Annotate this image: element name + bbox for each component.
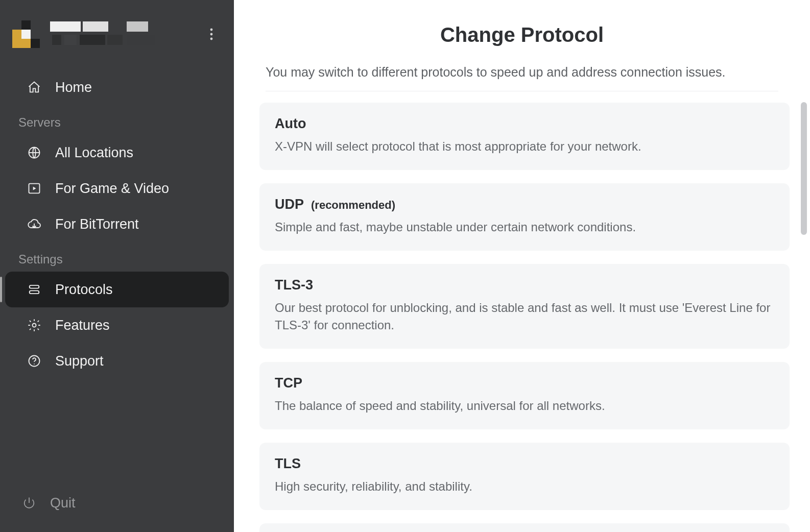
gear-icon bbox=[27, 318, 42, 333]
sidebar: Home Servers All Locations For Game & Vi… bbox=[0, 0, 234, 532]
app-logo-icon bbox=[12, 20, 40, 48]
protocol-desc: Simple and fast, maybe unstable under ce… bbox=[275, 219, 774, 236]
protocol-name: TLS-3 bbox=[275, 277, 313, 293]
nav-bittorrent-label: For BitTorrent bbox=[55, 216, 139, 232]
main: Change Protocol You may switch to differ… bbox=[234, 0, 810, 532]
svg-point-1 bbox=[210, 33, 213, 36]
protocol-card-tcp[interactable]: TCP The balance of speed and stability, … bbox=[259, 362, 790, 429]
protocol-card-http[interactable]: HTTP bbox=[259, 523, 790, 532]
svg-point-0 bbox=[210, 29, 213, 31]
protocol-name: TLS bbox=[275, 456, 301, 472]
nav-all-locations[interactable]: All Locations bbox=[5, 135, 229, 171]
protocol-name: Auto bbox=[275, 116, 306, 132]
nav-bittorrent[interactable]: For BitTorrent bbox=[5, 206, 229, 242]
nav-game-video-label: For Game & Video bbox=[55, 181, 169, 197]
nav-game-video[interactable]: For Game & Video bbox=[5, 171, 229, 206]
svg-point-9 bbox=[34, 364, 35, 365]
protocols-icon bbox=[27, 282, 42, 297]
nav-support[interactable]: Support bbox=[5, 343, 229, 379]
home-icon bbox=[27, 80, 42, 95]
svg-rect-6 bbox=[30, 291, 39, 294]
svg-point-2 bbox=[210, 38, 213, 40]
help-icon bbox=[27, 353, 42, 369]
cloud-download-icon bbox=[27, 216, 42, 232]
nav-support-label: Support bbox=[55, 353, 104, 369]
page-title: Change Protocol bbox=[234, 23, 810, 46]
brand-text-obscured bbox=[50, 19, 201, 49]
protocol-desc: Our best protocol for unblocking, and is… bbox=[275, 299, 774, 335]
sidebar-bottom: Quit bbox=[0, 485, 234, 532]
protocol-card-udp[interactable]: UDP (recommended) Simple and fast, maybe… bbox=[259, 183, 790, 251]
section-servers: Servers bbox=[0, 105, 234, 135]
page-subtitle: You may switch to different protocols to… bbox=[266, 65, 778, 91]
nav-features[interactable]: Features bbox=[5, 307, 229, 343]
nav-home[interactable]: Home bbox=[5, 69, 229, 105]
protocol-desc: X-VPN will select protocol that is most … bbox=[275, 138, 774, 156]
protocol-desc: High security, reliability, and stabilit… bbox=[275, 478, 774, 496]
nav: Home Servers All Locations For Game & Vi… bbox=[0, 64, 234, 379]
protocol-list[interactable]: Auto X-VPN will select protocol that is … bbox=[234, 91, 810, 532]
protocol-desc: The balance of speed and stability, univ… bbox=[275, 397, 774, 415]
nav-features-label: Features bbox=[55, 318, 110, 333]
more-menu-button[interactable] bbox=[201, 24, 222, 44]
quit-label: Quit bbox=[50, 495, 76, 511]
section-settings: Settings bbox=[0, 242, 234, 272]
scrollbar-thumb[interactable] bbox=[801, 102, 807, 235]
play-box-icon bbox=[27, 181, 42, 196]
power-icon bbox=[21, 495, 37, 511]
svg-point-7 bbox=[33, 324, 36, 327]
protocol-tag: (recommended) bbox=[311, 199, 395, 212]
nav-home-label: Home bbox=[55, 80, 92, 95]
protocol-card-auto[interactable]: Auto X-VPN will select protocol that is … bbox=[259, 103, 790, 170]
quit-button[interactable]: Quit bbox=[0, 485, 234, 521]
globe-icon bbox=[27, 145, 42, 160]
nav-protocols[interactable]: Protocols bbox=[5, 272, 229, 307]
protocol-card-tls3[interactable]: TLS-3 Our best protocol for unblocking, … bbox=[259, 264, 790, 349]
nav-all-locations-label: All Locations bbox=[55, 145, 133, 161]
protocol-card-tls[interactable]: TLS High security, reliability, and stab… bbox=[259, 443, 790, 510]
brand-row bbox=[0, 14, 234, 64]
protocol-name: TCP bbox=[275, 375, 302, 391]
nav-protocols-label: Protocols bbox=[55, 282, 113, 298]
protocol-name: UDP bbox=[275, 197, 304, 212]
svg-rect-5 bbox=[30, 285, 39, 288]
